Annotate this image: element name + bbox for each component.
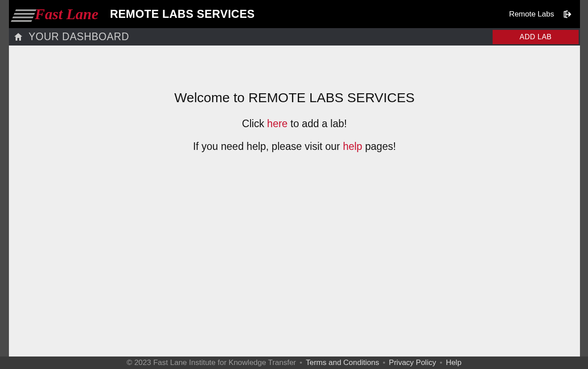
help-link[interactable]: help — [343, 141, 362, 152]
add-lab-prompt: Click here to add a lab! — [9, 118, 580, 130]
footer-separator: • — [382, 358, 385, 367]
app-title: REMOTE LABS SERVICES — [110, 8, 255, 21]
welcome-heading: Welcome to REMOTE LABS SERVICES — [9, 90, 580, 105]
footer-copyright: © 2023 Fast Lane Institute for Knowledge… — [127, 358, 296, 367]
top-header: Fast Lane REMOTE LABS SERVICES Remote La… — [9, 0, 580, 28]
main-content: Welcome to REMOTE LABS SERVICES Click he… — [9, 46, 580, 369]
footer: © 2023 Fast Lane Institute for Knowledge… — [0, 357, 588, 369]
logout-icon[interactable] — [562, 9, 572, 19]
help-prefix: If you need help, please visit our — [193, 141, 343, 152]
footer-separator: • — [300, 358, 302, 367]
footer-separator: • — [440, 358, 442, 367]
add-lab-label: ADD LAB — [520, 33, 552, 41]
brand-logo[interactable]: Fast Lane — [13, 7, 99, 22]
add-lab-here-link[interactable]: here — [267, 118, 288, 129]
add-lab-button[interactable]: ADD LAB — [493, 30, 579, 44]
footer-terms-link[interactable]: Terms and Conditions — [306, 358, 379, 367]
home-button[interactable] — [12, 30, 25, 44]
logo-stripes-icon — [11, 9, 36, 22]
help-prompt: If you need help, please visit our help … — [9, 141, 580, 153]
dashboard-title: YOUR DASHBOARD — [29, 31, 129, 43]
sub-header: YOUR DASHBOARD ADD LAB — [9, 28, 580, 46]
logo-text: Fast Lane — [35, 7, 99, 22]
click-suffix: to add a lab! — [288, 118, 347, 129]
remote-labs-link[interactable]: Remote Labs — [509, 10, 554, 19]
footer-help-link[interactable]: Help — [446, 358, 461, 367]
footer-privacy-link[interactable]: Privacy Policy — [389, 358, 436, 367]
welcome-block: Welcome to REMOTE LABS SERVICES Click he… — [9, 90, 580, 163]
click-prefix: Click — [242, 118, 267, 129]
home-icon — [13, 32, 24, 42]
help-suffix: pages! — [362, 141, 396, 152]
